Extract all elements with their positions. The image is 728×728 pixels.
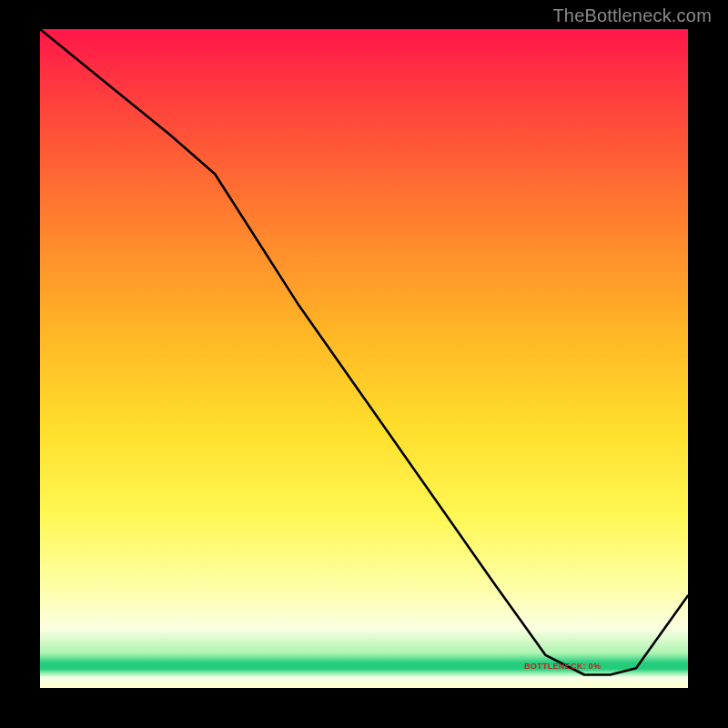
bottleneck-zero-label: BOTTLENECK: 0%: [524, 662, 601, 671]
chart-container: TheBottleneck.com BOTTLENECK: 0%: [0, 0, 728, 728]
plot-area: BOTTLENECK: 0%: [40, 29, 688, 688]
watermark-text: TheBottleneck.com: [552, 5, 712, 26]
line-overlay: [40, 29, 688, 688]
bottleneck-curve-line: [40, 29, 688, 675]
